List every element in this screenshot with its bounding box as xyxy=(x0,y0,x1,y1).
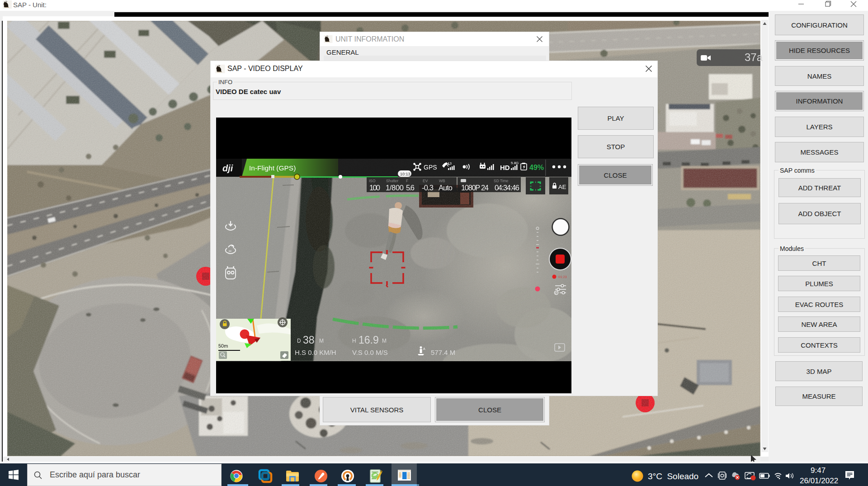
svg-text:Shutter: Shutter xyxy=(386,179,399,183)
svg-text:AE: AE xyxy=(558,184,566,190)
svg-text:ISO: ISO xyxy=(369,179,376,183)
svg-text:M: M xyxy=(319,338,324,344)
svg-text:5.6: 5.6 xyxy=(406,184,415,192)
svg-text:1/800: 1/800 xyxy=(386,184,404,192)
svg-text:HD: HD xyxy=(500,164,510,171)
svg-text:EV: EV xyxy=(423,179,428,183)
svg-text:GPS: GPS xyxy=(424,164,437,171)
svg-text:F: F xyxy=(406,179,408,183)
svg-text:1080P 24: 1080P 24 xyxy=(461,184,489,192)
svg-text:04:34:46: 04:34:46 xyxy=(495,184,519,192)
svg-text:V.S 0.0 M/S: V.S 0.0 M/S xyxy=(352,349,388,356)
svg-text:10:13: 10:13 xyxy=(400,172,410,176)
svg-text:M: M xyxy=(382,338,387,344)
svg-text:D: D xyxy=(297,338,301,344)
svg-text:5.8G: 5.8G xyxy=(511,161,519,165)
svg-text:H: H xyxy=(352,338,356,344)
svg-text:38: 38 xyxy=(303,334,315,346)
svg-text:Auto: Auto xyxy=(439,184,453,192)
svg-text:577.4 M: 577.4 M xyxy=(431,349,455,356)
svg-text:-0.3: -0.3 xyxy=(422,184,434,192)
svg-text:H.S 0.0 KM/H: H.S 0.0 KM/H xyxy=(295,349,336,356)
svg-text:WB: WB xyxy=(439,179,445,183)
svg-text:100: 100 xyxy=(369,184,380,192)
svg-text:H: H xyxy=(229,249,231,253)
svg-text:50m: 50m xyxy=(218,343,228,349)
svg-text:16.9: 16.9 xyxy=(359,334,379,346)
svg-text:01:23: 01:23 xyxy=(558,275,567,279)
svg-text:13: 13 xyxy=(448,161,452,165)
svg-text:In-Flight (GPS): In-Flight (GPS) xyxy=(249,164,296,172)
svg-text:A: A xyxy=(423,347,425,350)
svg-text:49%: 49% xyxy=(529,164,544,171)
svg-text:P: P xyxy=(555,292,557,295)
svg-text:SD Time: SD Time xyxy=(494,179,509,183)
svg-text:dji: dji xyxy=(222,163,233,173)
